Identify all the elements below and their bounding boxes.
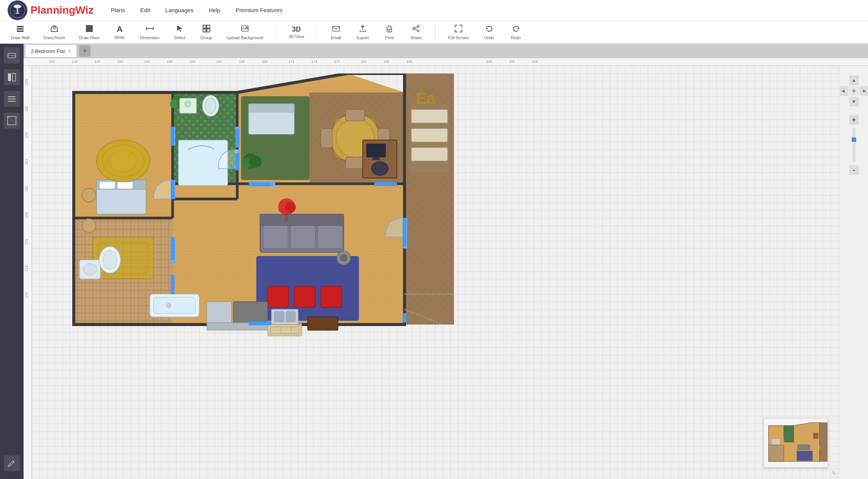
tab-add-btn[interactable]: + — [79, 45, 90, 57]
svg-rect-208 — [819, 445, 820, 450]
svg-rect-193 — [403, 218, 406, 247]
tool-email[interactable]: Email — [327, 23, 346, 41]
tool-share[interactable]: Share — [406, 23, 425, 41]
svg-point-121 — [82, 188, 96, 202]
share-icon — [412, 24, 420, 35]
draw-wall-label: Draw Wall — [11, 35, 30, 40]
svg-rect-139 — [346, 110, 365, 121]
svg-text:162: 162 — [216, 60, 222, 64]
svg-rect-145 — [372, 157, 380, 160]
svg-text:Ea: Ea — [416, 89, 436, 107]
tool-export[interactable]: Export — [353, 23, 372, 41]
tab-label: 2-Bedroom Flat — [31, 48, 65, 54]
svg-rect-197 — [171, 275, 175, 294]
svg-point-167 — [83, 264, 97, 275]
main-area: 2-Bedroom Flat × + 141 144 147 150 153 1… — [0, 44, 868, 479]
svg-rect-192 — [374, 182, 397, 186]
svg-rect-200 — [820, 423, 827, 461]
zoom-slider[interactable] — [852, 128, 855, 162]
menu-edit[interactable]: Edit — [138, 5, 152, 15]
tool-3d[interactable]: 3D 3D View — [286, 24, 307, 40]
fullscreen-icon — [454, 24, 463, 35]
tab-close-btn[interactable]: × — [68, 48, 71, 54]
header: PlanningWiz Plans Edit Languages Help Pr… — [0, 0, 868, 44]
svg-text:156: 156 — [167, 60, 173, 64]
sidebar-dimensions[interactable] — [4, 113, 20, 129]
dimension-label: Dimension — [140, 35, 160, 40]
nav-center-btn[interactable]: ✛ — [849, 86, 859, 96]
write-label: Write — [115, 35, 124, 40]
svg-point-24 — [413, 27, 414, 29]
nav-up-btn[interactable]: ▲ — [849, 75, 859, 85]
svg-text:183: 183 — [384, 60, 389, 64]
draw-floor-label: Draw Floor — [79, 35, 100, 40]
svg-point-135 — [249, 156, 262, 168]
sidebar-stairs[interactable] — [4, 91, 20, 107]
resize-handle[interactable]: ⤡ — [832, 470, 836, 476]
zoom-handle[interactable] — [852, 137, 856, 142]
menu-help[interactable]: Help — [207, 5, 222, 15]
svg-text:204: 204 — [532, 60, 538, 64]
svg-rect-148 — [411, 110, 447, 123]
svg-text:171: 171 — [25, 239, 29, 245]
svg-point-117 — [110, 150, 136, 172]
logo-text: PlanningWiz — [30, 4, 94, 16]
nav-right-btn[interactable]: ► — [860, 86, 868, 96]
sidebar-walls[interactable] — [4, 69, 20, 85]
tool-draw-room[interactable]: Draw Room — [40, 23, 68, 41]
svg-point-169 — [103, 250, 117, 269]
svg-rect-113 — [100, 182, 115, 189]
floor-plan-drawing: Ea — [43, 73, 462, 340]
menu-premium[interactable]: Premium Features — [234, 5, 284, 15]
zoom-out-btn[interactable]: - — [849, 165, 859, 175]
tool-write[interactable]: A Write — [110, 23, 129, 41]
tool-group[interactable]: Group — [197, 23, 216, 41]
nav-left-btn[interactable]: ◄ — [838, 86, 848, 96]
svg-rect-196 — [171, 237, 175, 260]
svg-line-26 — [414, 27, 417, 28]
tool-draw-wall[interactable]: Draw Wall — [8, 23, 33, 41]
svg-rect-158 — [294, 286, 315, 307]
svg-rect-187 — [171, 180, 175, 199]
svg-text:168: 168 — [25, 212, 29, 218]
zoom-in-btn[interactable]: + — [849, 115, 859, 125]
sidebar-furniture[interactable] — [4, 48, 20, 64]
svg-rect-153 — [263, 226, 288, 248]
svg-point-1 — [14, 5, 21, 8]
tool-print[interactable]: Print — [380, 23, 399, 41]
tool-redo[interactable]: Redo — [506, 23, 525, 41]
group-label: Group — [200, 35, 212, 40]
menu-languages[interactable]: Languages — [163, 5, 195, 15]
svg-text:180: 180 — [361, 60, 367, 64]
svg-rect-188 — [171, 127, 175, 146]
nav-down-btn[interactable]: ▼ — [849, 97, 859, 107]
svg-point-9 — [53, 27, 56, 29]
canvas-content: 159 156 159 162 165 168 171 174 175 — [24, 66, 868, 479]
write-icon: A — [117, 24, 123, 34]
tool-draw-floor[interactable]: Draw Floor — [76, 23, 103, 41]
toolbar-divider-2 — [317, 24, 317, 40]
tool-undo[interactable]: Undo — [480, 23, 499, 41]
svg-point-165 — [340, 254, 348, 262]
svg-rect-207 — [784, 439, 784, 442]
svg-rect-6 — [17, 26, 24, 27]
tab-bedroom-flat[interactable]: 2-Bedroom Flat × — [25, 45, 76, 57]
floor-plan-canvas[interactable]: Ea ⤡ — [32, 66, 839, 479]
svg-text:165: 165 — [25, 186, 29, 191]
email-label: Email — [331, 35, 341, 40]
svg-rect-2 — [17, 8, 18, 13]
tool-upload-bg[interactable]: Upload Background — [224, 23, 267, 41]
tool-dimension[interactable]: Dimension — [137, 23, 163, 41]
svg-point-126 — [185, 101, 191, 107]
sidebar-edit[interactable] — [4, 455, 20, 471]
svg-point-122 — [82, 219, 96, 232]
svg-text:171: 171 — [289, 60, 294, 64]
svg-rect-191 — [249, 182, 271, 186]
tool-select[interactable]: Select — [170, 23, 189, 41]
tool-fullscreen[interactable]: Full Screen — [445, 23, 472, 41]
svg-rect-199 — [784, 426, 794, 442]
menu-plans[interactable]: Plans — [109, 5, 127, 15]
right-panel: ▲ ◄ ✛ ► ▼ + - — [839, 66, 868, 479]
svg-rect-159 — [321, 286, 342, 307]
upload-bg-label: Upload Background — [227, 35, 263, 40]
